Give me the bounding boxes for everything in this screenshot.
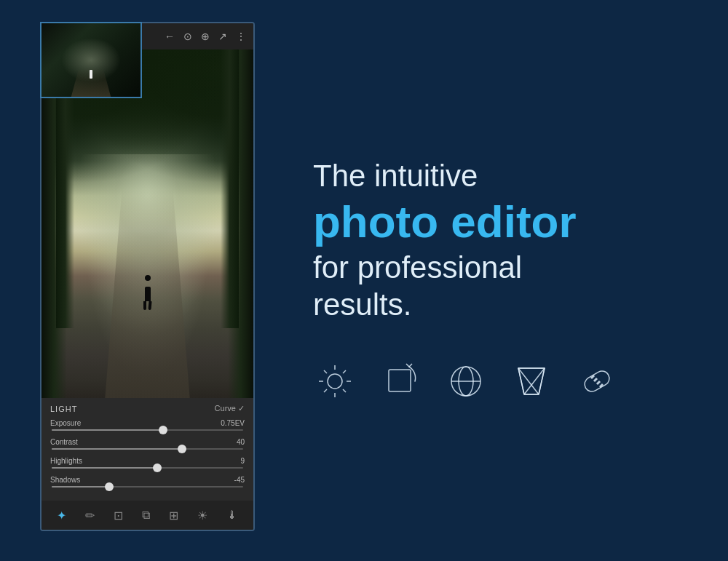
svg-line-8 — [324, 389, 327, 392]
highlights-value: 9 — [240, 457, 245, 465]
more-icon: ⋮ — [236, 31, 246, 42]
edit-panel: LIGHT Curve ✓ Exposure 0.75EV Contrast 4… — [41, 398, 253, 501]
highlights-track[interactable] — [52, 467, 243, 469]
right-panel: The intuitive photo editor for professio… — [291, 0, 728, 561]
back-icon: ← — [165, 31, 175, 42]
retouch-toolbar-icon[interactable]: ✏ — [85, 509, 95, 522]
tagline-line1: The intuitive — [313, 158, 699, 194]
contrast-value: 40 — [237, 438, 245, 446]
crop-rotate-icon — [379, 359, 422, 403]
svg-rect-9 — [389, 370, 411, 391]
phone-mockup: ← ⊙ ⊕ ↗ ⋮ — [40, 22, 255, 531]
left-panel: ← ⊙ ⊕ ↗ ⋮ — [0, 0, 291, 561]
contrast-label: Contrast — [50, 438, 78, 446]
shadows-track[interactable] — [52, 486, 243, 488]
highlights-slider-row: Highlights 9 — [50, 457, 245, 469]
svg-line-22 — [594, 378, 597, 381]
perspective-icon — [510, 359, 553, 403]
brightness-icon — [313, 359, 357, 403]
highlights-label: Highlights — [50, 457, 82, 465]
forward-icon: ↗ — [218, 31, 227, 42]
svg-point-0 — [328, 374, 342, 389]
svg-line-23 — [597, 381, 600, 384]
tagline-line3: for professional — [313, 250, 699, 286]
lens-icon — [444, 359, 488, 403]
crop-toolbar-icon[interactable]: ⊡ — [114, 509, 123, 522]
temp-toolbar-icon[interactable]: 🌡 — [226, 509, 238, 522]
curve-button[interactable]: Curve ✓ — [215, 404, 245, 413]
main-photo — [41, 49, 253, 398]
exposure-slider-row: Exposure 0.75EV — [50, 419, 245, 431]
layers-toolbar-icon[interactable]: ⧉ — [142, 509, 150, 522]
export-toolbar-icon[interactable]: ⊞ — [169, 509, 178, 522]
contrast-slider-row: Contrast 40 — [50, 438, 245, 450]
exposure-track[interactable] — [52, 429, 243, 431]
bottom-toolbar: ✦ ✏ ⊡ ⧉ ⊞ ☀ 🌡 — [41, 501, 253, 530]
section-label: LIGHT — [50, 405, 77, 413]
tagline-container: The intuitive photo editor for professio… — [313, 158, 699, 323]
shadows-value: -45 — [234, 476, 245, 484]
adjust-toolbar-icon[interactable]: ☀ — [197, 509, 207, 522]
svg-rect-20 — [582, 369, 612, 394]
exposure-value: 0.75EV — [221, 419, 245, 427]
person-silhouette — [143, 275, 153, 301]
feature-icons-row — [313, 359, 699, 403]
healing-icon — [575, 359, 619, 403]
tagline-line2: photo editor — [313, 197, 699, 247]
exposure-label: Exposure — [50, 419, 81, 427]
tagline-line4: results. — [313, 287, 699, 323]
contrast-track[interactable] — [52, 448, 243, 450]
shadows-label: Shadows — [50, 476, 80, 484]
svg-line-7 — [343, 370, 346, 373]
svg-line-6 — [343, 389, 346, 392]
forest-scene — [41, 49, 253, 398]
svg-marker-13 — [518, 368, 545, 394]
light-toolbar-icon[interactable]: ✦ — [57, 509, 66, 522]
add-icon: ⊕ — [201, 31, 210, 42]
svg-line-5 — [324, 370, 327, 373]
photo-thumbnail — [40, 22, 142, 98]
shadows-slider-row: Shadows -45 — [50, 476, 245, 488]
edit-panel-header: LIGHT Curve ✓ — [50, 404, 245, 413]
share-icon: ⊙ — [183, 31, 192, 42]
